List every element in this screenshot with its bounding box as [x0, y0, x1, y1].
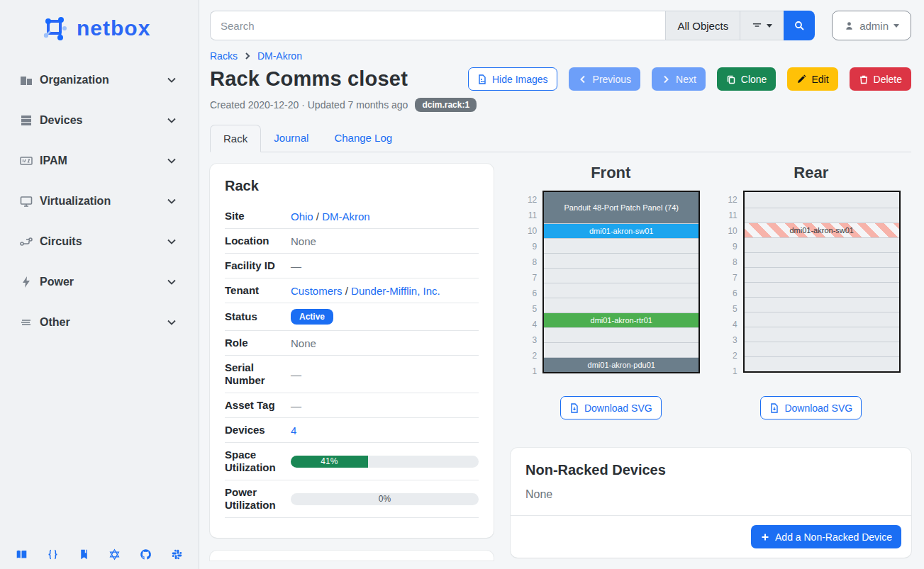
- rack-empty-slot[interactable]: [745, 267, 899, 282]
- object-meta: Created 2020-12-20 · Updated 7 months ag…: [210, 98, 911, 112]
- rack-empty-slot[interactable]: [544, 268, 698, 283]
- caret-down-icon: [894, 24, 899, 28]
- sidebar-item-label: Other: [40, 316, 166, 329]
- sidebar-item-power[interactable]: Power: [0, 261, 199, 302]
- netbox-logo-text: netbox: [77, 16, 150, 40]
- pencil-icon: [796, 74, 806, 84]
- chevron-down-icon: [166, 74, 177, 86]
- rack-empty-slot[interactable]: [745, 282, 899, 297]
- netbox-logo[interactable]: netbox: [0, 0, 199, 48]
- download-svg-rear-button[interactable]: Download SVG: [760, 396, 862, 419]
- previous-button[interactable]: Previous: [569, 67, 640, 91]
- chevron-left-icon: [578, 74, 588, 84]
- breadcrumb: Racks DM-Akron: [210, 50, 911, 62]
- power-utilization-bar: 0%: [291, 493, 479, 505]
- chevron-right-icon: [661, 74, 671, 84]
- rack-empty-slot[interactable]: [544, 283, 698, 298]
- rack-empty-slot[interactable]: [745, 192, 899, 208]
- sidebar-item-devices[interactable]: Devices: [0, 100, 199, 140]
- building-icon: [19, 73, 33, 87]
- rack-unit-number: 4: [722, 317, 737, 332]
- image-file-icon: [477, 74, 487, 84]
- attr-row-tenant: Tenant Customers / Dunder-Mifflin, Inc.: [225, 278, 479, 303]
- tenant-link[interactable]: Dunder-Mifflin, Inc.: [351, 285, 440, 297]
- sidebar-item-circuits[interactable]: Circuits: [0, 221, 199, 261]
- attr-row-facility-id: Facility ID —: [225, 254, 479, 278]
- github-icon[interactable]: [140, 548, 152, 560]
- rack-unit-labels: 121110987654321: [722, 191, 737, 379]
- next-button[interactable]: Next: [652, 67, 706, 91]
- rack-unit-number: 11: [521, 208, 537, 223]
- user-menu-button[interactable]: admin: [832, 11, 911, 40]
- monitor-icon: [19, 194, 33, 208]
- tenant-group-link[interactable]: Customers: [291, 285, 343, 297]
- chevron-down-icon: [166, 155, 177, 167]
- download-svg-front-button[interactable]: Download SVG: [560, 396, 662, 419]
- rack-device[interactable]: dmi01-akron-pdu01: [544, 357, 698, 372]
- chevron-down-icon: [166, 115, 177, 126]
- rack-empty-slot[interactable]: [745, 342, 899, 356]
- rack-empty-slot[interactable]: [544, 327, 698, 342]
- rack-empty-slot[interactable]: [745, 356, 899, 371]
- devices-count-link[interactable]: 4: [291, 424, 296, 436]
- elevation-title: Rear: [794, 164, 828, 182]
- rack-unit-number: 9: [521, 239, 537, 254]
- docs-book-icon[interactable]: [16, 548, 28, 560]
- search-scope-button[interactable]: All Objects: [665, 11, 740, 40]
- rack-empty-slot[interactable]: [745, 208, 899, 222]
- hide-images-button[interactable]: Hide Images: [468, 67, 557, 91]
- serial-number-value: —: [291, 368, 479, 381]
- breadcrumb-link-racks[interactable]: Racks: [210, 50, 238, 62]
- breadcrumb-link-site[interactable]: DM-Akron: [257, 50, 302, 62]
- rack-empty-slot[interactable]: [544, 298, 698, 312]
- rack-attributes-card: Rack Site Ohio / DM-Akron Location: [210, 164, 494, 538]
- sidebar-item-virtualization[interactable]: Virtualization: [0, 181, 199, 221]
- asset-tag-value: —: [291, 400, 479, 412]
- rack-empty-slot[interactable]: [745, 312, 899, 327]
- rack-unit-number: 1: [521, 364, 537, 379]
- rack-device[interactable]: dmi01-akron-sw01: [745, 222, 899, 237]
- sidebar-item-organization[interactable]: Organization: [0, 60, 199, 100]
- attr-row-role: Role None: [225, 331, 479, 356]
- rest-api-braces-icon[interactable]: [47, 548, 59, 560]
- search-input[interactable]: [210, 11, 665, 40]
- rack-device[interactable]: dmi01-akron-rtr01: [544, 312, 698, 327]
- rack-device[interactable]: Panduit 48-Port Patch Panel (74): [544, 192, 698, 223]
- facility-id-value: —: [291, 260, 479, 272]
- file-download-icon: [569, 403, 579, 413]
- attr-row-asset-tag: Asset Tag —: [225, 393, 479, 418]
- rack-unit-number: 3: [521, 332, 537, 348]
- search-submit-button[interactable]: [784, 11, 815, 40]
- filter-icon: [752, 21, 762, 31]
- tab-change-log[interactable]: Change Log: [321, 125, 405, 152]
- rack-empty-slot[interactable]: [544, 342, 698, 357]
- object-id-badge: dcim.rack:1: [415, 98, 477, 112]
- counter-icon: [19, 154, 33, 168]
- rack-unit-number: 10: [521, 223, 537, 239]
- delete-button[interactable]: Delete: [850, 67, 911, 91]
- search-filter-button[interactable]: [740, 11, 784, 40]
- tab-rack[interactable]: Rack: [210, 125, 261, 152]
- rack-empty-slot[interactable]: [745, 237, 899, 252]
- rack-device[interactable]: dmi01-akron-sw01: [544, 223, 698, 238]
- rack-empty-slot[interactable]: [745, 252, 899, 267]
- rack-unit-labels: 121110987654321: [521, 191, 537, 379]
- rack-empty-slot[interactable]: [745, 297, 899, 312]
- rack-empty-slot[interactable]: [544, 253, 698, 268]
- file-download-icon: [769, 403, 779, 413]
- site-link[interactable]: DM-Akron: [322, 210, 370, 222]
- front-elevation: Front 121110987654321 Panduit 48-Port Pa…: [511, 164, 711, 419]
- edit-button[interactable]: Edit: [787, 67, 837, 91]
- attr-row-devices: Devices 4: [225, 418, 479, 443]
- api-docs-bookmark-icon[interactable]: [78, 548, 90, 560]
- graphql-icon[interactable]: [108, 548, 121, 560]
- sidebar-item-other[interactable]: Other: [0, 302, 199, 342]
- slack-icon[interactable]: [171, 548, 183, 560]
- tab-journal[interactable]: Journal: [261, 125, 321, 152]
- clone-button[interactable]: Clone: [717, 67, 777, 91]
- add-non-racked-device-button[interactable]: Add a Non-Racked Device: [751, 525, 901, 548]
- rack-empty-slot[interactable]: [544, 238, 698, 253]
- sidebar-item-ipam[interactable]: IPAM: [0, 140, 199, 181]
- rack-empty-slot[interactable]: [745, 327, 899, 342]
- site-group-link[interactable]: Ohio: [291, 210, 313, 222]
